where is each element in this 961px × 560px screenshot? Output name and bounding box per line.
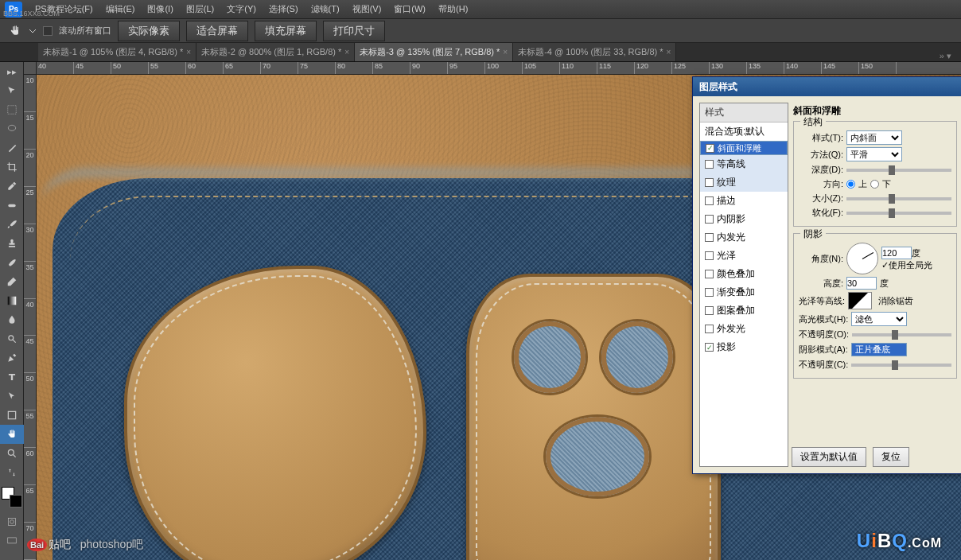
altitude-input[interactable] <box>846 277 877 290</box>
close-icon[interactable]: × <box>667 48 671 56</box>
fit-screen-button[interactable]: 适合屏幕 <box>186 21 248 41</box>
healing-tool-icon[interactable] <box>0 196 24 215</box>
row-texture[interactable]: 纹理 <box>700 173 788 192</box>
gloss-contour-picker[interactable] <box>848 292 872 309</box>
gradient-tool-icon[interactable] <box>0 291 24 310</box>
document-tabs: 未标题-1 @ 105% (图层 4, RGB/8) *× 未标题-2 @ 80… <box>0 43 961 62</box>
eraser-tool-icon[interactable] <box>0 272 24 291</box>
direction-down-radio[interactable] <box>870 180 879 189</box>
tab-overflow[interactable]: » ▾ <box>940 51 951 61</box>
move-tool-icon[interactable] <box>0 81 24 100</box>
checkbox-icon[interactable] <box>705 160 714 169</box>
row-bevel[interactable]: ✓斜面和浮雕 <box>700 141 788 155</box>
global-light-checkbox[interactable]: ✓ <box>881 260 889 270</box>
checkbox-icon[interactable] <box>705 270 714 278</box>
close-icon[interactable]: × <box>186 48 191 56</box>
hand-tool-icon[interactable] <box>0 425 24 444</box>
marquee-tool-icon[interactable] <box>0 100 24 119</box>
layer-style-dialog[interactable]: 图层样式 样式 混合选项:默认 ✓斜面和浮雕 等高线 纹理 描边 内阴影 内发光… <box>692 76 961 474</box>
stamp-tool-icon[interactable] <box>0 234 24 253</box>
tool-preset-dropdown-icon[interactable] <box>29 27 37 35</box>
checkbox-icon[interactable] <box>705 325 714 333</box>
checkbox-icon[interactable]: ✓ <box>705 343 714 352</box>
angle-control[interactable] <box>846 243 878 274</box>
actual-pixels-button[interactable]: 实际像素 <box>118 21 180 41</box>
angle-input[interactable] <box>881 247 912 259</box>
screenmode-icon[interactable] <box>0 531 24 550</box>
checkbox-icon[interactable] <box>705 288 714 297</box>
svg-point-1 <box>8 125 15 130</box>
blur-tool-icon[interactable] <box>0 310 24 329</box>
row-drop-shadow[interactable]: ✓投影 <box>700 338 788 356</box>
tab-doc4[interactable]: 未标题-4 @ 100% (图层 33, RGB/8) *× <box>513 43 676 61</box>
print-size-button[interactable]: 打印尺寸 <box>323 21 385 41</box>
row-satin[interactable]: 光泽 <box>700 247 788 265</box>
path-select-icon[interactable] <box>0 387 24 406</box>
checkbox-icon[interactable] <box>705 251 714 260</box>
dialog-title[interactable]: 图层样式 <box>693 77 961 96</box>
menu-window[interactable]: 窗口(W) <box>387 0 432 18</box>
tab-doc2[interactable]: 未标题-2 @ 800% (图层 1, RGB/8) *× <box>196 43 355 61</box>
style-select[interactable]: 内斜面 <box>846 130 902 145</box>
highlight-opacity-slider[interactable] <box>852 333 951 336</box>
checkbox-icon[interactable] <box>705 196 714 205</box>
depth-slider[interactable] <box>846 169 951 172</box>
menu-edit[interactable]: 编辑(E) <box>99 0 142 18</box>
shape-tool-icon[interactable] <box>0 406 24 425</box>
menu-select[interactable]: 选择(S) <box>263 0 305 18</box>
menu-help[interactable]: 帮助(H) <box>432 0 474 18</box>
checkbox-icon[interactable] <box>705 306 714 315</box>
size-slider[interactable] <box>846 197 951 200</box>
lasso-tool-icon[interactable] <box>0 119 24 138</box>
menu-type[interactable]: 文字(Y) <box>220 0 263 18</box>
eyedropper-tool-icon[interactable] <box>0 177 24 196</box>
row-contour[interactable]: 等高线 <box>700 155 788 173</box>
tab-toggle-icon[interactable]: ▸▸ <box>0 62 24 81</box>
soften-slider[interactable] <box>846 212 951 215</box>
crop-tool-icon[interactable] <box>0 158 24 177</box>
scroll-all-checkbox[interactable] <box>43 26 53 36</box>
dodge-tool-icon[interactable] <box>0 329 24 348</box>
wand-tool-icon[interactable] <box>0 138 24 158</box>
quickmask-icon[interactable] <box>0 512 24 531</box>
menu-image[interactable]: 图像(I) <box>141 0 179 18</box>
technique-select[interactable]: 平滑 <box>846 147 902 161</box>
background-swatch[interactable] <box>10 495 22 508</box>
row-inner-glow[interactable]: 内发光 <box>700 228 788 247</box>
bevel-panel: 斜面和浮雕 结构 样式(T):内斜面 方法(Q):平滑 深度(D): 方向: 上… <box>788 96 961 473</box>
brush-tool-icon[interactable] <box>0 215 24 234</box>
row-color-overlay[interactable]: 颜色叠加 <box>700 265 788 283</box>
set-default-button[interactable]: 设置为默认值 <box>792 447 866 467</box>
swap-colors-icon[interactable] <box>0 463 24 482</box>
pen-tool-icon[interactable] <box>0 348 24 368</box>
menu-layer[interactable]: 图层(L) <box>180 0 220 18</box>
close-icon[interactable]: × <box>344 48 349 56</box>
highlight-mode-select[interactable]: 滤色 <box>851 312 907 326</box>
color-swatches[interactable] <box>2 487 22 508</box>
row-blend-default[interactable]: 混合选项:默认 <box>700 122 788 141</box>
row-outer-glow[interactable]: 外发光 <box>700 320 788 338</box>
svg-rect-3 <box>8 297 17 305</box>
zoom-tool-icon[interactable] <box>0 444 24 463</box>
tab-doc3[interactable]: 未标题-3 @ 135% (图层 7, RGB/8) *× <box>355 43 513 61</box>
menu-filter[interactable]: 滤镜(T) <box>305 0 346 18</box>
row-gradient-overlay[interactable]: 渐变叠加 <box>700 283 788 301</box>
shadow-mode-select[interactable]: 正片叠底 <box>851 343 907 356</box>
row-stroke[interactable]: 描边 <box>700 192 788 210</box>
row-inner-shadow[interactable]: 内阴影 <box>700 210 788 228</box>
close-icon[interactable]: × <box>503 48 508 56</box>
fill-screen-button[interactable]: 填充屏幕 <box>255 21 317 41</box>
type-tool-icon[interactable] <box>0 368 24 387</box>
svg-rect-0 <box>8 106 17 115</box>
checkbox-icon[interactable]: ✓ <box>706 144 714 153</box>
row-pattern-overlay[interactable]: 图案叠加 <box>700 301 788 320</box>
tab-doc1[interactable]: 未标题-1 @ 105% (图层 4, RGB/8) *× <box>38 43 196 61</box>
checkbox-icon[interactable] <box>705 215 714 224</box>
menu-view[interactable]: 视图(V) <box>346 0 388 18</box>
checkbox-icon[interactable] <box>705 178 714 187</box>
checkbox-icon[interactable] <box>705 233 714 242</box>
direction-up-radio[interactable] <box>846 180 855 189</box>
history-brush-icon[interactable] <box>0 253 24 272</box>
reset-default-button[interactable]: 复位 <box>873 447 909 467</box>
shadow-opacity-slider[interactable] <box>851 364 951 367</box>
